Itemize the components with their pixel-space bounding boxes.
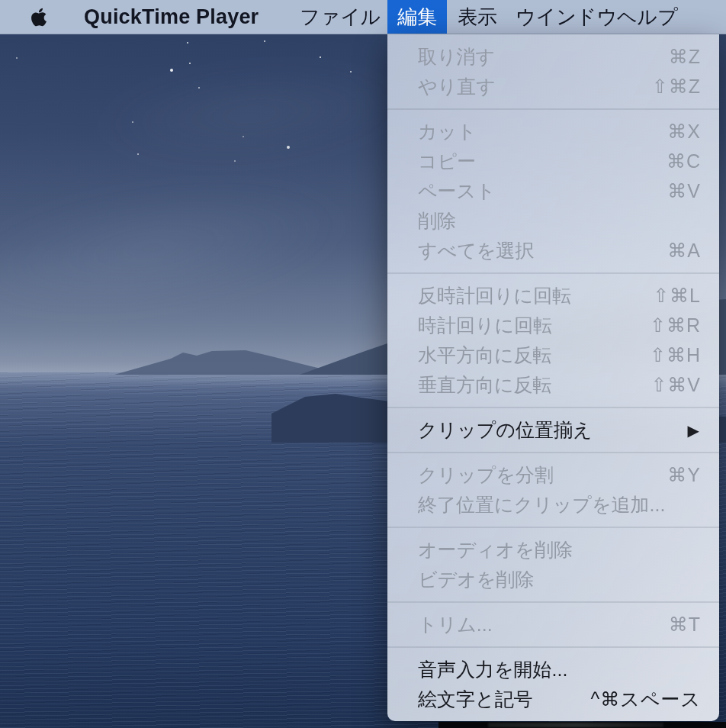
menu-item-label: クリップを分割: [418, 462, 554, 488]
right-triangle-icon: ▶: [688, 423, 699, 438]
menu-bar: QuickTime Player ファイル編集表示ウインドウヘルプ: [0, 0, 726, 34]
menu-item-label: ペースト: [418, 179, 496, 204]
menu-item-start-dictation[interactable]: 音声入力を開始...: [387, 655, 719, 685]
menu-group: 取り消す⌘Zやり直す⇧⌘Z: [387, 35, 719, 108]
menu-item-rotate-right: 時計回りに回転⇧⌘R: [387, 311, 719, 340]
menu-item-delete: 削除: [387, 206, 719, 236]
menubar-item-view[interactable]: 表示: [447, 0, 508, 34]
edit-menu-dropdown: 取り消す⌘Zやり直す⇧⌘Zカット⌘Xコピー⌘Cペースト⌘V削除すべてを選択⌘A反…: [387, 34, 719, 721]
menu-item-shortcut: ⇧⌘L: [653, 285, 701, 307]
menu-item-shortcut: ⇧⌘V: [651, 374, 701, 396]
menu-item-shortcut: ⌘C: [667, 150, 701, 172]
menu-item-label: コピー: [418, 149, 476, 174]
menu-item-label: カット: [418, 119, 477, 144]
menu-item-label: クリップの位置揃え: [418, 417, 593, 443]
menubar-item-help[interactable]: ヘルプ: [606, 0, 689, 34]
menu-item-align-clips[interactable]: クリップの位置揃え▶: [387, 415, 719, 445]
menu-item-label: 反時計回りに回転: [418, 283, 571, 308]
menu-item-emoji-symbols[interactable]: 絵文字と記号^⌘スペース: [387, 685, 719, 714]
menu-item-shortcut: ^⌘スペース: [591, 687, 702, 712]
menu-group: クリップの位置揃え▶: [387, 408, 719, 452]
menu-group: トリム...⌘T: [387, 603, 719, 646]
menu-item-paste: ペースト⌘V: [387, 176, 719, 206]
menu-item-label: 終了位置にクリップを追加...: [418, 492, 665, 517]
menu-item-shortcut: ⌘V: [667, 180, 701, 202]
menu-item-label: やり直す: [418, 74, 496, 99]
menu-item-flip-horizontal: 水平方向に反転⇧⌘H: [387, 340, 719, 370]
menu-item-cut: カット⌘X: [387, 117, 719, 147]
menu-item-redo: やり直す⇧⌘Z: [387, 72, 719, 101]
menu-item-select-all: すべてを選択⌘A: [387, 236, 719, 266]
menu-item-shortcut: ⇧⌘Z: [652, 76, 701, 98]
menu-item-shortcut: ⌘X: [667, 121, 701, 143]
menu-item-label: 水平方向に反転: [418, 343, 552, 368]
menu-item-shortcut: ⌘Z: [669, 46, 701, 68]
menu-item-flip-vertical: 垂直方向に反転⇧⌘V: [387, 370, 719, 400]
menu-item-trim: トリム...⌘T: [387, 610, 719, 639]
menu-item-split-clip: クリップを分割⌘Y: [387, 460, 719, 490]
menu-item-copy: コピー⌘C: [387, 147, 719, 176]
menu-item-shortcut: ⇧⌘R: [650, 314, 701, 337]
menu-group: オーディオを削除ビデオを削除: [387, 528, 719, 601]
menu-item-remove-video: ビデオを削除: [387, 565, 719, 594]
app-menu-title[interactable]: QuickTime Player: [84, 0, 259, 34]
menu-item-label: 垂直方向に反転: [418, 372, 552, 398]
menu-item-add-clip-to-end: 終了位置にクリップを追加...: [387, 490, 719, 520]
menu-item-shortcut: ⌘Y: [667, 464, 701, 486]
menu-item-remove-audio: オーディオを削除: [387, 535, 719, 565]
menu-item-label: 時計回りに回転: [418, 313, 552, 338]
menu-item-undo: 取り消す⌘Z: [387, 42, 719, 72]
menubar-item-file[interactable]: ファイル: [289, 0, 391, 34]
menu-item-label: ビデオを削除: [418, 567, 534, 592]
menu-item-label: 絵文字と記号: [418, 687, 533, 712]
menu-item-label: 削除: [418, 208, 456, 234]
menu-item-shortcut: ⇧⌘H: [650, 344, 701, 366]
background-window-bar-glow: [488, 723, 663, 727]
menu-item-label: トリム...: [418, 612, 493, 637]
menu-group: 音声入力を開始...絵文字と記号^⌘スペース: [387, 648, 719, 721]
menu-item-rotate-left: 反時計回りに回転⇧⌘L: [387, 281, 719, 311]
menu-item-shortcut: ⌘T: [669, 614, 701, 636]
menu-item-label: 音声入力を開始...: [418, 657, 567, 682]
menu-group: クリップを分割⌘Y終了位置にクリップを追加...: [387, 453, 719, 527]
menubar-item-edit[interactable]: 編集: [387, 0, 447, 34]
background-window-bar: [438, 722, 726, 728]
menu-item-label: 取り消す: [418, 44, 495, 69]
menu-group: カット⌘Xコピー⌘Cペースト⌘V削除すべてを選択⌘A: [387, 110, 719, 272]
menu-group: 反時計回りに回転⇧⌘L時計回りに回転⇧⌘R水平方向に反転⇧⌘H垂直方向に反転⇧⌘…: [387, 274, 719, 407]
menu-item-shortcut: ⌘A: [667, 240, 701, 262]
menu-item-label: すべてを選択: [418, 238, 534, 263]
apple-menu-icon[interactable]: [31, 7, 47, 27]
menu-item-label: オーディオを削除: [418, 537, 573, 562]
